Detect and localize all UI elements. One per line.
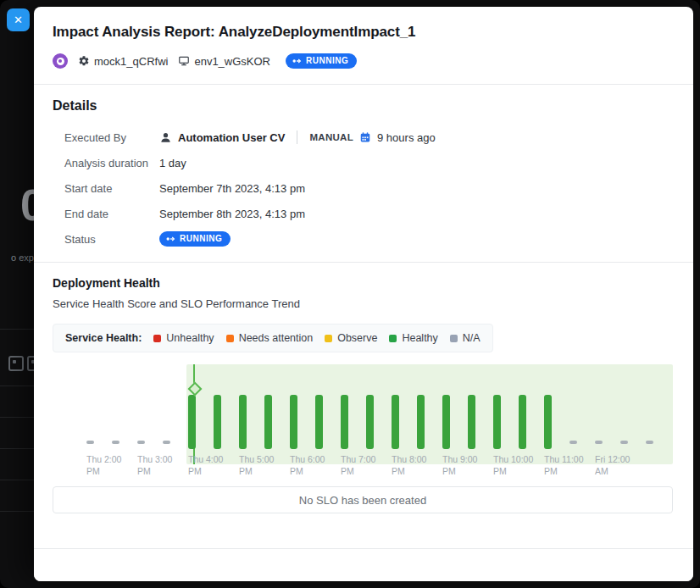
screen: 0 o exp ✕ Impact Analysis Report: Analyz… xyxy=(0,0,700,588)
legend-item: Healthy xyxy=(389,332,437,344)
background-divider xyxy=(0,329,34,330)
detail-label: End date xyxy=(64,208,159,220)
execution-time: 9 hours ago xyxy=(377,131,436,144)
chart-bar[interactable] xyxy=(163,441,170,444)
impact-analysis-icon xyxy=(53,53,68,69)
running-icon xyxy=(166,236,175,242)
modal-header: Impact Analysis Report: AnalyzeDeploymen… xyxy=(34,7,693,84)
status-badge-label: RUNNING xyxy=(180,235,222,243)
gear-icon xyxy=(78,55,90,67)
chart-bar[interactable] xyxy=(519,395,526,449)
deployment-health-heading: Deployment Health xyxy=(53,276,673,290)
legend-swatch xyxy=(450,335,458,342)
background-app-icon xyxy=(8,356,24,371)
x-tick-label: Thu 9:00PM xyxy=(442,454,477,477)
trigger-type: MANUAL xyxy=(309,132,353,142)
vertical-separator xyxy=(297,130,297,144)
background-divider xyxy=(0,386,34,386)
status-badge-label: RUNNING xyxy=(306,57,348,65)
chart-bar[interactable] xyxy=(137,441,145,444)
legend-title: Service Health: xyxy=(65,332,142,344)
legend-swatch xyxy=(325,335,332,342)
chart-bar[interactable] xyxy=(112,441,119,444)
chart-bar[interactable] xyxy=(264,395,272,449)
impact-analysis-modal: Impact Analysis Report: AnalyzeDeploymen… xyxy=(34,7,693,581)
chart-bar[interactable] xyxy=(493,395,501,449)
health-chart: Thu 2:00PMThu 3:00PMThu 4:00PMThu 5:00PM… xyxy=(53,364,673,478)
details-rows: Executed By Automation User CV MANUAL 9 … xyxy=(53,125,673,252)
background-divider xyxy=(0,480,34,480)
x-tick-label: Fri 12:00AM xyxy=(595,454,630,477)
background-divider xyxy=(0,511,34,512)
legend-label: Needs attention xyxy=(239,332,314,344)
chart-bar[interactable] xyxy=(315,395,323,449)
detail-row-duration: Analysis duration 1 day xyxy=(64,150,673,175)
background-page-text: o exp xyxy=(11,252,34,263)
mock-service-link[interactable]: mock1_qCRfwi xyxy=(78,55,168,68)
legend-swatch xyxy=(226,335,234,342)
detail-value: September 7th 2023, 4:13 pm xyxy=(159,182,305,195)
chart-bar[interactable] xyxy=(290,395,297,449)
x-tick-label: Thu 4:00PM xyxy=(188,454,223,477)
service-health-legend: Service Health: UnhealthyNeeds attention… xyxy=(53,324,493,352)
detail-label: Status xyxy=(64,233,159,246)
legend-item: Unhealthy xyxy=(153,332,214,344)
chart-bar[interactable] xyxy=(214,395,221,449)
legend-swatch xyxy=(389,335,397,342)
environment-monitor-icon xyxy=(178,55,190,67)
user-icon xyxy=(159,131,172,144)
chart-bar[interactable] xyxy=(188,395,196,449)
mock-service-label: mock1_qCRfwi xyxy=(94,55,168,68)
chart-bar[interactable] xyxy=(595,441,603,444)
background-divider xyxy=(0,417,34,418)
status-badge: RUNNING xyxy=(159,231,231,247)
chart-bar[interactable] xyxy=(544,395,552,449)
x-tick-label: Thu 5:00PM xyxy=(239,454,274,477)
chart-subtitle: Service Health Score and SLO Performance… xyxy=(53,297,673,310)
background-divider xyxy=(0,448,34,449)
chart-bar[interactable] xyxy=(417,395,425,449)
chart-bar[interactable] xyxy=(569,441,577,444)
chart-bar[interactable] xyxy=(442,395,450,449)
chart-bar[interactable] xyxy=(646,441,653,444)
chart-bar[interactable] xyxy=(620,441,628,444)
legend-item: N/A xyxy=(450,332,481,344)
impact-analysis-icon-inner xyxy=(57,58,64,65)
healthy-period-region xyxy=(186,364,673,464)
deployment-health-section: Deployment Health Service Health Score a… xyxy=(34,263,693,513)
chart-bar[interactable] xyxy=(86,441,94,444)
environment-link[interactable]: env1_wGsKOR xyxy=(178,55,270,68)
detail-value: 1 day xyxy=(159,157,186,169)
x-tick-label: Thu 7:00PM xyxy=(341,454,375,477)
executed-by-user: Automation User CV xyxy=(178,131,285,144)
detail-row-status: Status RUNNING xyxy=(64,226,673,252)
detail-label: Start date xyxy=(64,182,159,195)
close-button[interactable]: ✕ xyxy=(7,8,30,31)
chart-bar[interactable] xyxy=(468,395,475,449)
detail-row-start-date: Start date September 7th 2023, 4:13 pm xyxy=(64,175,673,201)
meta-row: mock1_qCRfwi env1_wGsKOR RUNNING xyxy=(53,53,673,84)
modal-title: Impact Analysis Report: AnalyzeDeploymen… xyxy=(53,24,673,41)
chart-bar[interactable] xyxy=(392,395,399,449)
chart-bar[interactable] xyxy=(366,395,374,449)
x-tick-label: Thu 6:00PM xyxy=(290,454,325,477)
details-section: Details Executed By Automation User CV M… xyxy=(34,85,693,262)
details-heading: Details xyxy=(53,98,673,114)
detail-value: Automation User CV MANUAL 9 hours ago xyxy=(159,130,436,144)
legend-swatch xyxy=(153,335,161,342)
chart-bar[interactable] xyxy=(341,395,348,449)
calendar-icon xyxy=(359,131,371,143)
detail-value: September 8th 2023, 4:13 pm xyxy=(159,208,305,220)
x-tick-label: Thu 11:00PM xyxy=(544,454,584,477)
modal-footer xyxy=(34,548,693,581)
running-icon xyxy=(292,58,302,64)
chart-bar[interactable] xyxy=(239,395,247,449)
legend-label: Healthy xyxy=(402,332,437,344)
x-tick-label: Thu 2:00PM xyxy=(86,454,121,477)
environment-label: env1_wGsKOR xyxy=(194,55,270,68)
detail-row-end-date: End date September 8th 2023, 4:13 pm xyxy=(64,201,673,226)
legend-item: Observe xyxy=(325,332,377,344)
legend-label: Unhealthy xyxy=(166,332,214,344)
legend-item: Needs attention xyxy=(226,332,314,344)
legend-label: N/A xyxy=(463,332,481,344)
